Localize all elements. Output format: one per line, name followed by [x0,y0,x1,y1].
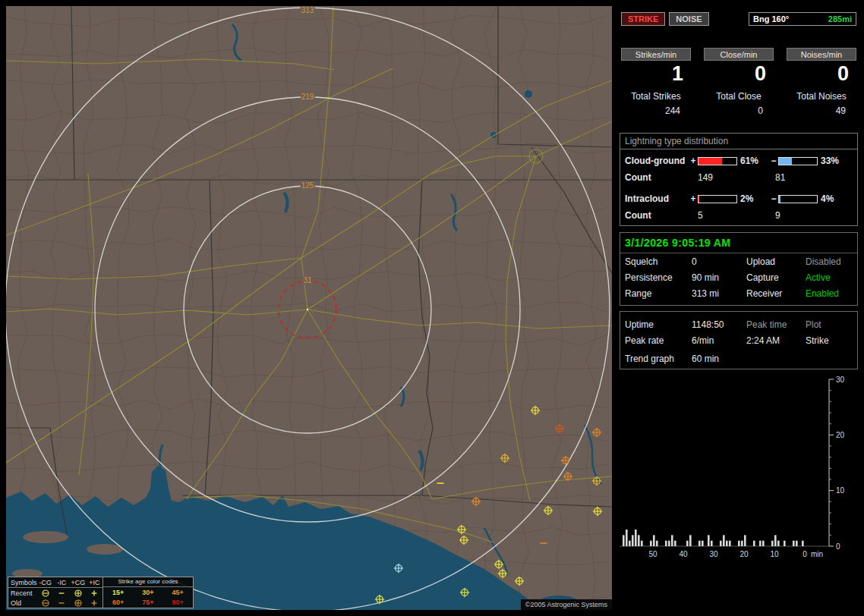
count-label: Count [625,172,689,183]
legend-symbols-title: Symbols [8,578,37,587]
pos-cg-bar [698,157,737,165]
datetime-display: 3/1/2026 9:05:19 AM [625,237,853,249]
pos-ic-count: 5 [689,210,766,221]
trend-graph: 010203050403020100min [620,373,858,567]
peak-rate-label: Peak rate [625,335,692,346]
uptime-label: Uptime [625,319,692,330]
intracloud-count-row: Count 5 9 [625,210,853,221]
strike-mode-button[interactable]: STRIKE [621,12,665,26]
legend-old-label: Old [8,599,37,608]
upload-label: Upload [746,256,806,267]
count-label: Count [625,210,689,221]
receiver-status-panel: 3/1/2026 9:05:19 AM Squelch 0 Upload Dis… [620,232,858,306]
lightning-distribution-panel: Lightning type distribution Cloud-ground… [620,133,858,226]
legend-age-title: Strike age color codes [103,577,193,587]
legend-col-neg-cg: -CG [37,578,53,587]
session-grid: Uptime 1148:50 Peak time Plot Peak rate … [625,319,853,346]
map-canvas[interactable]: 31321912531 [6,6,612,610]
noises-per-min-label[interactable]: Noises/min [787,48,856,61]
peak-time-label: Peak time [746,319,806,330]
total-strikes-label: Total Strikes [621,91,691,102]
persistence-label: Persistence [625,272,692,283]
svg-text:40: 40 [679,550,688,558]
capture-label: Capture [746,272,806,283]
plot-value: Strike [806,335,853,346]
squelch-value: 0 [692,256,746,267]
peak-time-value: 2:24 AM [746,335,806,346]
range-value: 313 mi [692,288,746,299]
persistence-value: 90 min [692,272,746,283]
total-close-value: 0 [704,105,774,116]
strikes-per-min-label[interactable]: Strikes/min [621,48,691,61]
bearing-label: Bng 160° [753,14,789,24]
age-code-90: 90+ [163,598,193,607]
svg-text:20: 20 [739,550,749,558]
pos-cg-percent: 61% [737,156,769,166]
lightning-map[interactable]: 31321912531 Symbols -CG -IC +CG +IC Rece… [6,6,612,610]
neg-cg-recent-icon [37,589,53,598]
neg-ic-recent-icon [54,589,70,598]
neg-cg-bar [778,157,818,165]
total-close-label: Total Close [704,91,774,102]
svg-text:30: 30 [836,376,845,384]
svg-text:30: 30 [709,550,718,558]
total-strikes-value: 244 [621,105,691,116]
trend-graph-window[interactable]: 60 min [692,354,719,364]
close-per-min-label[interactable]: Close/min [704,48,774,61]
legend-recent-label: Recent [8,589,37,598]
svg-text:0: 0 [803,550,807,558]
cloud-ground-row: Cloud-ground + 61% − 33% [625,156,853,166]
capture-status: Active [806,272,853,283]
intracloud-row: Intracloud + 2% − 4% [625,193,853,204]
total-noises-label: Total Noises [787,91,856,102]
noises-per-min-value: 0 [787,62,856,85]
trend-graph-canvas: 010203050403020100min [620,373,858,564]
squelch-label: Squelch [625,256,692,267]
age-code-45: 45+ [163,588,193,597]
cloud-ground-count-row: Count 149 81 [625,172,853,183]
plus-sign: + [689,156,698,166]
pos-ic-bar [698,195,737,203]
strikes-stat-column: Strikes/min 1 Total Strikes 244 [621,48,691,116]
receiver-label: Receiver [746,288,806,299]
control-panel: STRIKE NOISE Bng 160° 285mi Strikes/min … [620,6,858,610]
uptime-value: 1148:50 [692,319,746,330]
bearing-display[interactable]: Bng 160° 285mi [749,12,856,26]
map-legend: Symbols -CG -IC +CG +IC Recent Old [8,577,194,608]
pos-cg-old-icon [70,599,86,608]
svg-text:20: 20 [836,431,845,439]
pos-ic-old-icon [87,599,102,608]
minus-sign: − [769,193,778,204]
strikes-per-min-value: 1 [621,62,691,85]
total-noises-value: 49 [787,105,856,116]
settings-grid: Squelch 0 Upload Disabled Persistence 90… [625,256,853,299]
trend-graph-label: Trend graph [625,354,692,364]
upload-status: Disabled [806,256,853,267]
neg-ic-count: 9 [766,210,844,221]
rate-statistics: Strikes/min 1 Total Strikes 244 Close/mi… [621,48,856,116]
neg-ic-percent: 4% [818,193,850,204]
neg-ic-bar [778,195,818,203]
age-code-30: 30+ [133,588,162,597]
display-mode-row: STRIKE NOISE Bng 160° 285mi [621,12,856,26]
neg-cg-old-icon [37,599,53,608]
noise-mode-button[interactable]: NOISE [669,12,708,26]
legend-col-pos-ic: +IC [87,578,102,587]
copyright-notice: ©2005 Astrogenic Systems [521,599,612,610]
age-code-60: 60+ [103,598,133,607]
noises-stat-column: Noises/min 0 Total Noises 49 [787,48,856,116]
svg-text:min: min [811,550,823,558]
session-panel: Uptime 1148:50 Peak time Plot Peak rate … [620,311,858,369]
svg-text:10: 10 [836,486,845,495]
bearing-range-value: 285mi [828,14,852,24]
pos-cg-recent-icon [70,589,86,598]
neg-ic-old-icon [54,599,70,608]
minus-sign: − [769,156,778,166]
svg-text:125: 125 [301,181,314,190]
close-stat-column: Close/min 0 Total Close 0 [704,48,774,116]
peak-rate-value: 6/min [692,335,746,346]
distribution-title: Lightning type distribution [620,134,857,149]
cloud-ground-label: Cloud-ground [625,156,689,166]
age-code-75: 75+ [133,598,162,607]
pos-cg-count: 149 [689,172,766,183]
